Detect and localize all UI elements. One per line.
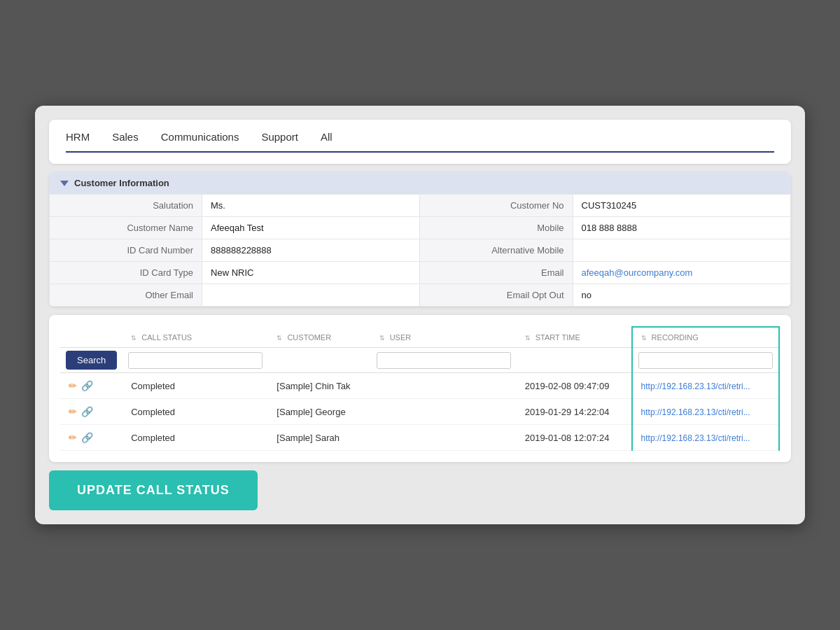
table-row: Other Email Email Opt Out no [50,284,791,307]
table-row: ID Card Number 888888228888 Alternative … [50,239,791,262]
start-time-cell: 2019-01-08 12:07:24 [517,425,632,451]
action-icons-cell: ✏🔗 [60,425,122,451]
email-opt-out-label: Email Opt Out [420,284,573,307]
mobile-label: Mobile [420,217,573,239]
edit-icon[interactable]: ✏ [69,380,77,391]
user-cell [371,399,517,425]
table-row: Salutation Ms. Customer No CUST310245 [50,195,791,217]
start-time-cell: 2019-01-29 14:22:04 [517,399,632,425]
customer-no-value: CUST310245 [573,195,791,217]
call-log-table: ⇅ CALL STATUS ⇅ CUSTOMER ⇅ USER ⇅ START … [60,326,780,451]
alt-mobile-label: Alternative Mobile [420,239,573,262]
sort-arrows-icon: ⇅ [641,335,647,342]
sort-arrows-icon: ⇅ [525,335,531,342]
recording-cell[interactable]: http://192.168.23.13/cti/retri... [632,425,779,451]
start-time-cell: 2019-02-08 09:47:09 [517,373,632,399]
link-icon[interactable]: 🔗 [81,432,93,443]
customer-cell: [Sample] George [268,399,370,425]
call-log-panel: ⇅ CALL STATUS ⇅ CUSTOMER ⇅ USER ⇅ START … [49,315,791,462]
email-label: Email [420,262,573,284]
customer-no-label: Customer No [420,195,573,217]
call-status-cell: Completed [122,373,268,399]
search-button[interactable]: Search [66,351,117,370]
customer-section-header: Customer Information [49,172,791,194]
tab-communications[interactable]: Communications [161,131,239,146]
call-status-filter[interactable] [128,352,262,369]
customer-name-value: Afeeqah Test [202,217,420,239]
user-cell [371,425,517,451]
filter-row: Search [60,348,779,373]
tab-hrm[interactable]: HRM [66,131,90,146]
call-status-cell: Completed [122,425,268,451]
recording-header[interactable]: ⇅ RECORDING [632,327,779,348]
edit-icon[interactable]: ✏ [69,432,77,443]
mobile-value: 018 888 8888 [573,217,791,239]
table-row: ✏🔗Completed[Sample] Sarah2019-01-08 12:0… [60,425,779,451]
top-panel: HRM Sales Communications Support All [49,120,791,164]
recording-link[interactable]: http://192.168.23.13/cti/retri... [641,433,750,443]
link-icon[interactable]: 🔗 [81,380,93,391]
sort-arrows-icon: ⇅ [379,335,385,342]
table-row: ID Card Type New NRIC Email afeeqah@ourc… [50,262,791,284]
edit-icon[interactable]: ✏ [69,406,77,417]
customer-cell: [Sample] Sarah [268,425,370,451]
actions-header [60,327,122,348]
customer-filter-cell [268,348,370,373]
customer-info-table: Salutation Ms. Customer No CUST310245 Cu… [49,194,791,307]
recording-cell[interactable]: http://192.168.23.13/cti/retri... [632,399,779,425]
other-email-value [202,284,420,307]
user-header[interactable]: ⇅ USER [371,327,517,348]
table-header-row: ⇅ CALL STATUS ⇅ CUSTOMER ⇅ USER ⇅ START … [60,327,779,348]
salutation-label: Salutation [50,195,202,217]
recording-link[interactable]: http://192.168.23.13/cti/retri... [641,382,750,391]
call-status-cell: Completed [122,399,268,425]
call-status-filter-cell [122,348,268,373]
tab-sales[interactable]: Sales [112,131,139,146]
tab-support[interactable]: Support [261,131,298,146]
customer-cell: [Sample] Chin Tak [268,373,370,399]
start-time-header[interactable]: ⇅ START TIME [517,327,632,348]
tab-all[interactable]: All [321,131,332,146]
other-email-label: Other Email [50,284,202,307]
customer-info-panel: Customer Information Salutation Ms. Cust… [49,172,791,307]
email-opt-out-value: no [573,284,791,307]
table-row: Customer Name Afeeqah Test Mobile 018 88… [50,217,791,239]
user-cell [371,373,517,399]
email-value[interactable]: afeeqah@ourcompany.com [573,262,791,284]
sort-arrows-icon: ⇅ [131,335,136,342]
id-card-number-label: ID Card Number [50,239,202,262]
user-filter[interactable] [377,352,511,369]
alt-mobile-value [573,239,791,262]
id-card-type-value: New NRIC [202,262,420,284]
action-icons-cell: ✏🔗 [60,373,122,399]
sort-arrows-icon: ⇅ [276,335,282,342]
nav-tabs: HRM Sales Communications Support All [66,131,774,153]
recording-filter[interactable] [638,352,773,369]
customer-header[interactable]: ⇅ CUSTOMER [268,327,370,348]
table-row: ✏🔗Completed[Sample] Chin Tak2019-02-08 0… [60,373,779,399]
customer-name-label: Customer Name [50,217,202,239]
action-icons-cell: ✏🔗 [60,399,122,425]
collapse-icon[interactable] [60,181,69,186]
update-call-status-button[interactable]: UPDATE CALL STATUS [49,470,258,510]
id-card-type-label: ID Card Type [50,262,202,284]
salutation-value: Ms. [202,195,420,217]
table-row: ✏🔗Completed[Sample] George2019-01-29 14:… [60,399,779,425]
call-status-header[interactable]: ⇅ CALL STATUS [122,327,268,348]
screen: HRM Sales Communications Support All Cus… [35,106,805,524]
recording-cell[interactable]: http://192.168.23.13/cti/retri... [632,373,779,399]
customer-section-title: Customer Information [74,178,169,188]
id-card-number-value: 888888228888 [202,239,420,262]
start-time-filter-cell [517,348,632,373]
recording-link[interactable]: http://192.168.23.13/cti/retri... [641,407,750,417]
search-cell: Search [60,348,122,373]
user-filter-cell [371,348,517,373]
link-icon[interactable]: 🔗 [81,406,93,417]
recording-filter-cell [632,348,779,373]
